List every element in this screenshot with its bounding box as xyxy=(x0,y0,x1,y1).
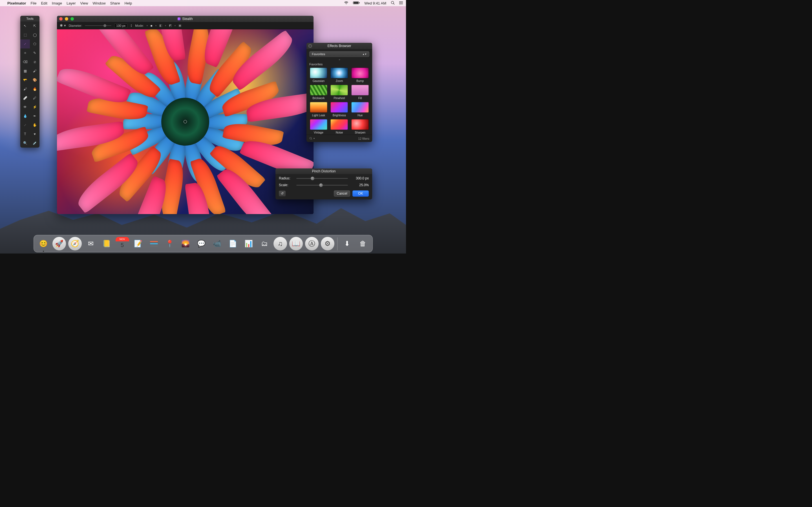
crop-tool[interactable]: ⌗ xyxy=(20,48,30,57)
effect-vintage[interactable]: Vintage xyxy=(309,119,328,134)
effect-brightness[interactable]: Brightness xyxy=(330,102,349,117)
effect-noise[interactable]: Noise xyxy=(330,119,349,134)
lasso-tool[interactable]: ⟋ xyxy=(20,40,30,48)
hand-tool[interactable]: ✋ xyxy=(30,121,40,129)
contacts-app[interactable]: 📒 xyxy=(100,237,113,250)
effect-light-leak[interactable]: Light Leak xyxy=(309,102,328,117)
diameter-slider[interactable] xyxy=(85,25,111,26)
sponge-tool[interactable]: 🔥 xyxy=(30,84,40,94)
facetime-app[interactable]: 📹 xyxy=(210,237,224,250)
dock: 😊🚀🧭✉︎📒NOV5📝📍🌄💬📹📄📊🗂♫📖Ⓐ⚙︎⬇︎🗑 xyxy=(0,235,406,252)
move-tool[interactable]: ↖ xyxy=(20,21,30,31)
menubar-clock[interactable]: Wed 9:41 AM xyxy=(364,1,386,5)
menubar-item-view[interactable]: View xyxy=(80,1,88,5)
messages-app[interactable]: 💬 xyxy=(195,237,208,250)
effect-pinwheel[interactable]: Pinwheel xyxy=(330,85,349,100)
diameter-value[interactable]: 100 px xyxy=(114,23,128,28)
tool-options-gear-icon[interactable]: ✱ ▾ xyxy=(60,23,66,27)
eraser-tool[interactable]: ⌫ xyxy=(20,57,30,66)
effect-sharpen[interactable]: Sharpen xyxy=(351,119,369,134)
diameter-stepper[interactable]: ▲▼ xyxy=(130,24,132,27)
radius-slider[interactable] xyxy=(296,178,348,179)
maps-app[interactable]: 📍 xyxy=(163,237,176,250)
effects-search-field[interactable]: ▾ xyxy=(309,137,315,140)
rect-marquee-tool[interactable]: ⬚ xyxy=(20,31,30,40)
mail-app[interactable]: ✉︎ xyxy=(84,237,98,250)
numbers-app[interactable]: 📊 xyxy=(242,237,255,250)
paint-bucket-tool[interactable]: ⎚ xyxy=(30,57,40,66)
type-tool[interactable]: T xyxy=(20,129,30,138)
zoom-tool[interactable]: 🔍 xyxy=(20,138,30,148)
calendar-app[interactable]: NOV5 xyxy=(116,237,129,250)
appstore-app[interactable]: Ⓐ xyxy=(305,237,319,250)
photos-app[interactable]: 🌄 xyxy=(179,237,192,250)
shape-tool[interactable]: ♥ xyxy=(30,129,40,138)
itunes-app[interactable]: ♫ xyxy=(273,237,287,250)
brush-tool[interactable]: 🖌 xyxy=(30,66,40,75)
menubar-app-name[interactable]: Pixelmator xyxy=(7,1,26,5)
notes-app[interactable]: 📝 xyxy=(132,237,145,250)
effect-center-crosshair[interactable] xyxy=(184,120,187,123)
menubar-item-help[interactable]: Help xyxy=(124,1,132,5)
red-eye-tool[interactable]: 👁 xyxy=(20,103,30,112)
magic-wand-tool[interactable]: ✎ xyxy=(30,48,40,57)
effects-browser-titlebar[interactable]: ✕ Effects Browser xyxy=(306,43,372,49)
cancel-button[interactable]: Cancel xyxy=(334,190,350,196)
effect-hue[interactable]: Hue xyxy=(351,102,369,117)
eyedropper-tool[interactable]: 💉 xyxy=(30,138,40,148)
color-picker-tool[interactable]: 🎨 xyxy=(30,75,40,84)
downloads-stack[interactable]: ⬇︎ xyxy=(340,237,354,250)
ok-button[interactable]: OK xyxy=(352,190,369,196)
menubar-item-window[interactable]: Window xyxy=(93,1,105,5)
system-prefs-app[interactable]: ⚙︎ xyxy=(321,237,335,250)
effects-category-select[interactable]: Favorites ▲▼ xyxy=(309,51,369,57)
pen-tool[interactable]: ✒ xyxy=(30,112,40,121)
smudge-tool[interactable]: 🫳 xyxy=(20,75,30,84)
effect-thumbnail xyxy=(331,68,348,78)
mode-option-4[interactable]: ▣ xyxy=(179,24,181,27)
reset-button[interactable]: ↺ xyxy=(279,191,286,196)
ibooks-app[interactable]: 📖 xyxy=(289,237,303,250)
polygonal-lasso-tool[interactable]: ⬠ xyxy=(30,40,40,48)
menubar-item-layer[interactable]: Layer xyxy=(66,1,76,5)
battery-icon[interactable] xyxy=(353,1,360,5)
effect-fill[interactable]: Fill xyxy=(351,85,369,100)
effect-zoom[interactable]: Zoom xyxy=(330,68,349,82)
document-titlebar[interactable]: Stealth xyxy=(57,16,313,22)
launchpad-app[interactable]: 🚀 xyxy=(52,237,66,250)
gradient-tool[interactable]: ▦ xyxy=(20,66,30,75)
healing-tool[interactable]: 🩹 xyxy=(20,94,30,103)
effect-brickwork[interactable]: Brickwork xyxy=(309,85,328,100)
menubar-item-image[interactable]: Image xyxy=(52,1,62,5)
sharpen-tool[interactable]: ⚡ xyxy=(30,103,40,112)
radius-value[interactable]: 300.0 px xyxy=(351,176,369,180)
scale-slider[interactable] xyxy=(296,185,348,186)
pages-app[interactable]: 📄 xyxy=(226,237,240,250)
menubar-item-edit[interactable]: Edit xyxy=(41,1,47,5)
safari-app[interactable]: 🧭 xyxy=(68,237,82,250)
menubar-item-file[interactable]: File xyxy=(31,1,36,5)
wifi-icon[interactable] xyxy=(344,1,349,5)
transform-tool[interactable]: ⇱ xyxy=(30,21,40,31)
effect-bump[interactable]: Bump xyxy=(351,68,369,82)
mode-option-2[interactable]: ◧ xyxy=(159,24,162,27)
keynote-app[interactable]: 🗂 xyxy=(258,237,271,250)
pinch-distortion-titlebar[interactable]: Pinch Distortion xyxy=(275,168,372,174)
spotlight-icon[interactable] xyxy=(391,1,395,6)
close-icon[interactable]: ✕ xyxy=(308,44,312,48)
trash[interactable]: 🗑 xyxy=(356,237,370,250)
effect-gaussian[interactable]: Gaussian xyxy=(309,68,328,82)
mode-option-1[interactable]: ■ xyxy=(151,24,153,27)
menubar-item-share[interactable]: Share xyxy=(110,1,120,5)
canvas[interactable] xyxy=(57,29,313,214)
reminders-app[interactable] xyxy=(147,237,161,250)
clone-tool[interactable]: 🖌 xyxy=(20,84,30,94)
slice-tool[interactable]: ⟋ xyxy=(20,121,30,129)
blur-tool[interactable]: 💧 xyxy=(20,112,30,121)
pixel-tool[interactable]: 🖊 xyxy=(30,94,40,103)
scale-value[interactable]: 25.0% xyxy=(351,183,369,187)
ellipse-marquee-tool[interactable]: ◯ xyxy=(30,31,40,40)
finder-app[interactable]: 😊 xyxy=(37,237,50,250)
notification-center-icon[interactable] xyxy=(399,1,403,5)
mode-option-3[interactable]: ◩ xyxy=(169,24,172,27)
